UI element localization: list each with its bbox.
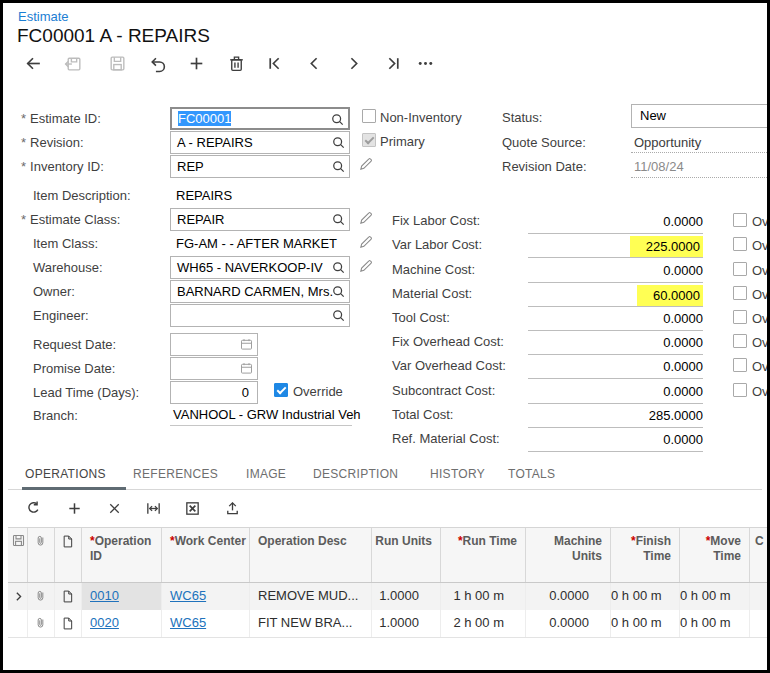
operation-id-link[interactable]: 0020 (90, 615, 119, 630)
go-next-button[interactable] (344, 54, 363, 73)
warehouse-lookup-icon[interactable] (331, 260, 346, 275)
request-date-field[interactable] (170, 333, 258, 356)
tab-totals[interactable]: TOTALS (508, 467, 555, 481)
grid-upload-button[interactable] (224, 500, 241, 517)
go-last-button[interactable] (383, 54, 402, 73)
cell-run-time[interactable]: 1 h 00 m (441, 583, 526, 610)
back-button[interactable] (24, 54, 43, 73)
warehouse-edit-pencil-icon[interactable] (358, 258, 374, 274)
notes-column-header[interactable] (55, 528, 82, 582)
primary-checkbox[interactable] (362, 133, 376, 147)
tool-cost-value[interactable]: 0.0000 (528, 309, 703, 331)
promise-date-calendar-icon[interactable] (239, 361, 254, 376)
non-inventory-checkbox[interactable] (362, 109, 376, 123)
undo-button[interactable] (148, 54, 167, 73)
subcontract-cost-value[interactable]: 0.0000 (528, 382, 703, 404)
estimate-class-edit-pencil-icon[interactable] (358, 210, 374, 226)
column-header-run-time[interactable]: *Run Time (441, 528, 526, 582)
row-expander-cell[interactable] (10, 583, 28, 610)
row-expander-cell[interactable] (10, 610, 28, 637)
cell-move-time[interactable]: 0 h 00 m (680, 583, 750, 610)
cell-machine-units[interactable]: 0.0000 (526, 610, 611, 637)
save-button[interactable] (108, 54, 127, 73)
engineer-lookup-icon[interactable] (331, 308, 346, 323)
subcontract-override-checkbox[interactable] (733, 383, 747, 397)
column-header-operation-id[interactable]: *Operation ID (82, 528, 162, 582)
lead-time-field[interactable]: 0 (170, 381, 258, 404)
var-labor-cost-value[interactable]: 225.0000 (528, 236, 703, 258)
column-header-work-center[interactable]: *Work Center (162, 528, 250, 582)
var-labor-override-checkbox[interactable] (733, 237, 747, 251)
item-class-value[interactable]: FG-AM - - AFTER MARKET (176, 236, 337, 251)
column-header-machine-units[interactable]: Machine Units (526, 528, 611, 582)
lead-time-override-checkbox[interactable] (274, 383, 288, 397)
more-actions-button[interactable] (416, 54, 435, 73)
go-previous-button[interactable] (305, 54, 324, 73)
column-header-move-time[interactable]: *Move Time (680, 528, 750, 582)
cell-move-time[interactable]: 0 h 00 m (680, 610, 750, 637)
estimate-class-lookup-icon[interactable] (331, 212, 346, 227)
save-and-close-button[interactable] (64, 54, 83, 73)
work-center-link[interactable]: WC65 (170, 588, 206, 603)
cell-finish-time[interactable]: 0 h 00 m (611, 610, 680, 637)
revision-lookup-icon[interactable] (331, 135, 346, 150)
tab-history[interactable]: HISTORY (430, 467, 485, 481)
estimate-id-field[interactable]: FC00001 (170, 107, 350, 130)
promise-date-field[interactable] (170, 357, 258, 380)
engineer-field[interactable] (170, 304, 350, 327)
tool-override-checkbox[interactable] (733, 310, 747, 324)
warehouse-field[interactable]: WH65 - NAVERKOOP-IV (170, 256, 350, 279)
grid-add-row-button[interactable] (66, 500, 83, 517)
machine-override-checkbox[interactable] (733, 262, 747, 276)
row-note-cell[interactable] (55, 610, 82, 637)
status-dropdown[interactable]: New (631, 104, 770, 128)
item-description-value[interactable]: REPAIRS (176, 188, 232, 203)
tab-image[interactable]: IMAGE (246, 467, 286, 481)
cell-operation-id[interactable]: 0010 (82, 583, 162, 610)
fix-overhead-override-checkbox[interactable] (733, 334, 747, 348)
column-header-clipped[interactable]: C (750, 528, 767, 582)
add-button[interactable] (187, 54, 206, 73)
column-header-run-units[interactable]: Run Units (372, 528, 441, 582)
go-first-button[interactable] (266, 54, 285, 73)
fix-labor-cost-value[interactable]: 0.0000 (528, 212, 703, 234)
var-overhead-override-checkbox[interactable] (733, 358, 747, 372)
inventory-id-field[interactable]: REP (170, 155, 350, 178)
fix-labor-override-checkbox[interactable] (733, 213, 747, 227)
row-attachment-cell[interactable] (28, 583, 55, 610)
attachments-column-header[interactable] (28, 528, 55, 582)
grid-delete-row-button[interactable] (106, 500, 123, 517)
operation-id-link[interactable]: 0010 (90, 588, 119, 603)
cell-work-center[interactable]: WC65 (162, 583, 250, 610)
tab-references[interactable]: REFERENCES (133, 467, 218, 481)
request-date-calendar-icon[interactable] (239, 337, 254, 352)
cell-operation-id[interactable]: 0020 (82, 610, 162, 637)
revision-field[interactable]: A - REPAIRS (170, 131, 350, 154)
estimate-id-lookup-icon[interactable] (330, 112, 345, 127)
column-header-finish-time[interactable]: *Finish Time (611, 528, 680, 582)
item-class-edit-pencil-icon[interactable] (358, 234, 374, 250)
cell-finish-time[interactable]: 0 h 00 m (611, 583, 680, 610)
material-override-checkbox[interactable] (733, 286, 747, 300)
fix-overhead-cost-value[interactable]: 0.0000 (528, 333, 703, 355)
estimate-class-field[interactable]: REPAIR (170, 208, 350, 231)
grid-refresh-button[interactable] (25, 500, 42, 517)
var-overhead-cost-value[interactable]: 0.0000 (528, 357, 703, 379)
tab-description[interactable]: DESCRIPTION (313, 467, 398, 481)
delete-button[interactable] (227, 54, 246, 73)
cell-operation-desc[interactable]: REMOVE MUD... (250, 583, 372, 610)
tab-operations[interactable]: OPERATIONS (25, 467, 106, 481)
row-note-cell[interactable] (55, 583, 82, 610)
machine-cost-value[interactable]: 0.0000 (528, 261, 703, 283)
grid-export-to-excel-button[interactable] (184, 500, 201, 517)
work-center-link[interactable]: WC65 (170, 615, 206, 630)
material-cost-value[interactable]: 60.0000 (528, 285, 703, 307)
grid-fit-to-width-button[interactable] (145, 500, 162, 517)
cell-operation-desc[interactable]: FIT NEW BRA... (250, 610, 372, 637)
owner-field[interactable]: BARNARD CARMEN, Mrs. (170, 280, 350, 303)
cell-run-time[interactable]: 2 h 00 m (441, 610, 526, 637)
cell-machine-units[interactable]: 0.0000 (526, 583, 611, 610)
cell-work-center[interactable]: WC65 (162, 610, 250, 637)
table-row[interactable]: 0020 WC65 FIT NEW BRA... 1.0000 2 h 00 m… (8, 610, 767, 638)
breadcrumb-estimate-link[interactable]: Estimate (18, 9, 69, 24)
